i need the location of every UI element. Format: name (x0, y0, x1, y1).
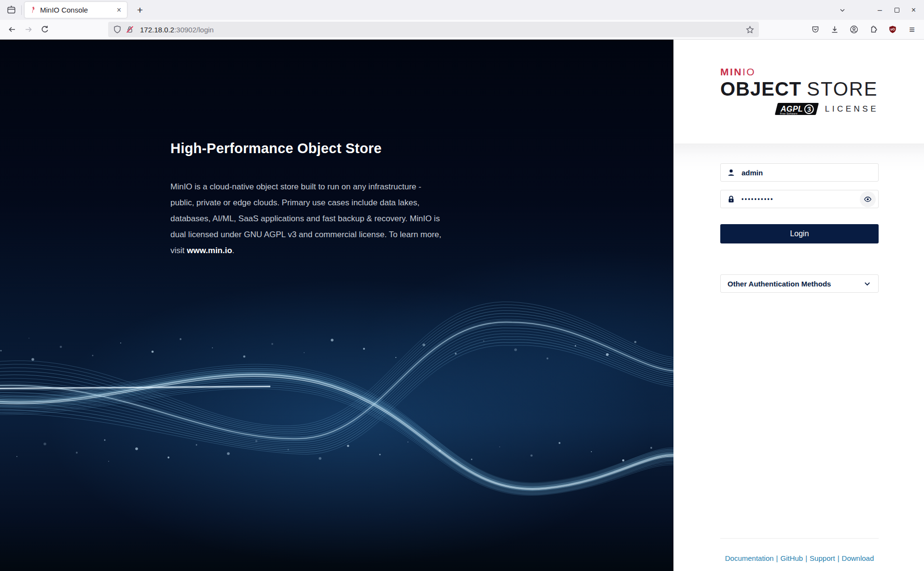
hero-paragraph-text: MinIO is a cloud-native object store bui… (170, 182, 441, 255)
tab-list-chevron-icon[interactable] (835, 3, 850, 17)
minio-favicon (29, 6, 36, 14)
minio-wordmark: MINIO (720, 67, 924, 77)
tab-separator (21, 5, 22, 15)
shield-icon (113, 25, 122, 34)
footer-links: Documentation|GitHub|Support|Download (720, 554, 879, 562)
download-icon[interactable] (826, 22, 843, 37)
footer-separator: | (805, 554, 807, 562)
login-form: Login Other Authentication Methods Docum… (673, 143, 924, 571)
brand-store: STORE (807, 79, 878, 99)
url-host: 172.18.0.2 (140, 26, 174, 34)
footer-divider (720, 538, 879, 539)
login-panel: MINIO OBJECT STORE AGPL 3 Free Software … (673, 40, 924, 571)
password-input[interactable] (742, 196, 854, 202)
object-store-wordmark: OBJECT STORE (720, 79, 879, 99)
other-auth-methods[interactable]: Other Authentication Methods (720, 274, 879, 293)
wave-graphic (0, 290, 673, 560)
account-icon[interactable] (846, 22, 862, 37)
hero-panel: High-Performance Object Store MinIO is a… (0, 40, 673, 571)
documentation-link[interactable]: Documentation (725, 554, 774, 562)
lock-icon (727, 195, 735, 203)
tab-close-icon[interactable]: × (116, 6, 122, 14)
bookmark-star-icon[interactable] (746, 26, 754, 34)
brand-io: IO (742, 66, 756, 77)
insecure-lock-icon (126, 25, 134, 34)
pocket-icon[interactable] (807, 22, 824, 37)
extensions-icon[interactable] (865, 22, 882, 37)
user-icon (727, 169, 735, 177)
hero-paragraph: MinIO is a cloud-native object store bui… (170, 179, 442, 258)
chevron-down-icon (863, 280, 871, 288)
restore-icon (895, 8, 899, 13)
tab-bar: MinIO Console × + – × (0, 0, 924, 20)
footer-separator: | (838, 554, 840, 562)
menu-icon[interactable]: ≡ (904, 22, 920, 37)
eye-icon (864, 195, 872, 203)
reload-button[interactable] (37, 22, 53, 37)
url-bar[interactable]: 172.18.0.2:30902/login (108, 22, 759, 37)
minimize-button[interactable]: – (871, 3, 888, 17)
license-text: LICENSE (825, 104, 879, 114)
browser-tab[interactable]: MinIO Console × (25, 2, 127, 18)
login-footer: Documentation|GitHub|Support|Download (720, 538, 879, 562)
tab-title: MinIO Console (40, 6, 112, 14)
hero-heading: High-Performance Object Store (170, 141, 442, 157)
other-auth-label: Other Authentication Methods (728, 280, 831, 288)
window-controls: – × (871, 3, 922, 17)
toolbar-right: uO ≡ (807, 22, 920, 37)
navigation-toolbar: 172.18.0.2:30902/login (0, 20, 924, 40)
download-link[interactable]: Download (842, 554, 874, 562)
new-tab-button[interactable]: + (133, 3, 147, 17)
back-button[interactable] (4, 22, 20, 37)
firefox-view-icon[interactable] (4, 3, 18, 17)
forward-button[interactable] (20, 22, 37, 37)
brand-min: MIN (720, 66, 742, 77)
ublock-icon[interactable]: uO (884, 22, 901, 37)
agpl-version: 3 (804, 103, 815, 115)
brand-object: OBJECT (720, 79, 801, 99)
github-link[interactable]: GitHub (781, 554, 803, 562)
username-field[interactable] (720, 163, 879, 182)
restore-button[interactable] (888, 3, 905, 17)
agpl-badge: AGPL 3 Free Software (775, 103, 819, 115)
hero-paragraph-suffix: . (232, 246, 235, 255)
agpl-subtext: Free Software (780, 112, 798, 115)
username-input[interactable] (742, 169, 876, 177)
login-button[interactable]: Login (720, 224, 879, 243)
password-field[interactable] (720, 190, 879, 208)
license-row: AGPL 3 Free Software LICENSE (720, 103, 879, 115)
url-text: 172.18.0.2:30902/login (140, 26, 742, 34)
close-button[interactable]: × (905, 3, 922, 17)
minio-link[interactable]: www.min.io (187, 246, 232, 255)
support-link[interactable]: Support (810, 554, 835, 562)
url-path: :30902/login (174, 26, 214, 34)
footer-separator: | (776, 554, 778, 562)
show-password-button[interactable] (860, 191, 876, 207)
svg-text:uO: uO (890, 28, 895, 31)
minio-logo: MINIO OBJECT STORE AGPL 3 Free Software … (673, 40, 924, 143)
